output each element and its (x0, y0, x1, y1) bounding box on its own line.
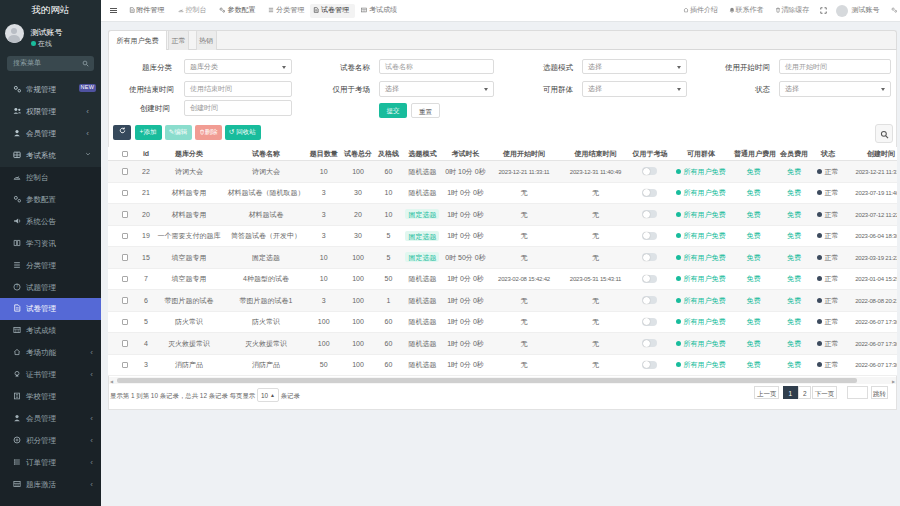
svg-text:?: ? (16, 284, 19, 289)
